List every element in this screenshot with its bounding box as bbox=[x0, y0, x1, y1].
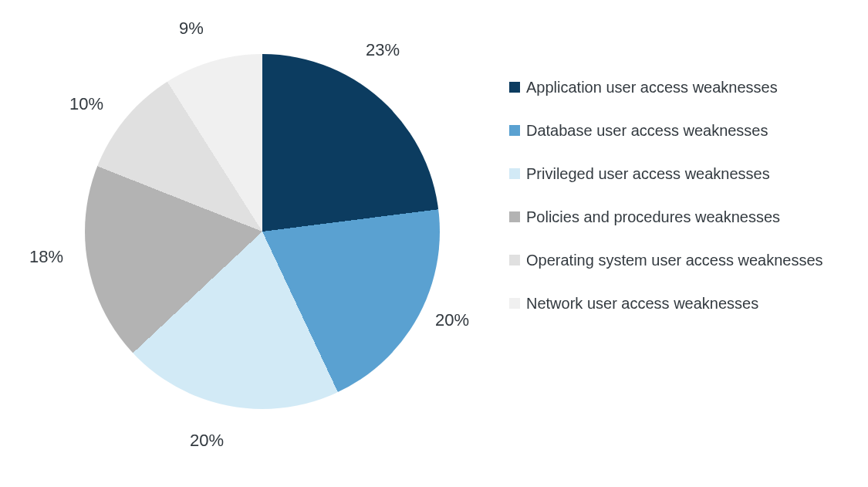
legend-item-5: Network user access weaknesses bbox=[509, 293, 841, 313]
legend-label-2: Privileged user access weaknesses bbox=[526, 164, 770, 184]
slice-label-2: 20% bbox=[190, 431, 224, 451]
legend-label-3: Policies and procedures weaknesses bbox=[526, 207, 780, 227]
slice-label-0: 23% bbox=[366, 40, 400, 60]
legend-item-3: Policies and procedures weaknesses bbox=[509, 207, 841, 227]
pie-chart-container: 23% 20% 20% 18% 10% 9% Application user … bbox=[0, 0, 868, 487]
legend-item-1: Database user access weaknesses bbox=[509, 120, 841, 140]
legend-swatch-3 bbox=[509, 211, 520, 222]
pie-chart bbox=[85, 54, 440, 409]
legend-label-0: Application user access weaknesses bbox=[526, 77, 778, 97]
legend-label-4: Operating system user access weaknesses bbox=[526, 250, 823, 270]
legend-swatch-5 bbox=[509, 298, 520, 309]
legend-swatch-1 bbox=[509, 125, 520, 136]
legend-item-0: Application user access weaknesses bbox=[509, 77, 841, 97]
legend: Application user access weaknesses Datab… bbox=[509, 77, 841, 337]
legend-item-4: Operating system user access weaknesses bbox=[509, 250, 841, 270]
legend-label-5: Network user access weaknesses bbox=[526, 293, 758, 313]
slice-label-5: 9% bbox=[179, 19, 204, 39]
slice-label-1: 20% bbox=[435, 310, 469, 330]
legend-item-2: Privileged user access weaknesses bbox=[509, 164, 841, 184]
slice-label-4: 10% bbox=[69, 94, 103, 114]
legend-swatch-0 bbox=[509, 82, 520, 93]
legend-swatch-4 bbox=[509, 255, 520, 265]
slice-label-3: 18% bbox=[29, 247, 63, 267]
legend-swatch-2 bbox=[509, 168, 520, 179]
legend-label-1: Database user access weaknesses bbox=[526, 120, 768, 140]
